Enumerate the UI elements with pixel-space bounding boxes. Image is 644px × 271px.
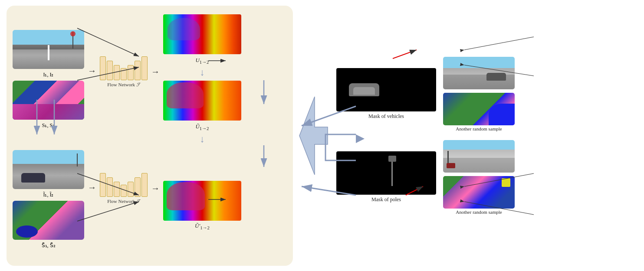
mask-poles-image: [336, 151, 436, 195]
top-input-images: I₁, I₂ S₁, S₂: [13, 30, 84, 129]
road-image-1: [13, 30, 84, 69]
arrow-to-fn-top: →: [88, 66, 96, 76]
down-arrow-u2: ↓: [200, 134, 205, 145]
flow-outputs-top: U1→2 ↓ Ũ1→2 ↓: [163, 14, 241, 145]
sample-seg-block: Another random sample: [443, 93, 515, 131]
mask-vehicles-label: Mask of vehicles: [368, 113, 404, 120]
flow-network-bottom: Flow Network ℱ: [100, 173, 148, 204]
label-s1s2-tilde: S̃₁, S̃₂: [13, 242, 84, 249]
diagram-container: I₁, I₂ S₁, S₂ →: [0, 0, 644, 271]
flow-network-top: Flow Network ℱ: [100, 56, 148, 88]
left-panel: I₁, I₂ S₁, S₂ →: [7, 6, 293, 266]
u12-prime-image: [163, 181, 241, 221]
right-section: Mask of vehicles: [336, 57, 637, 215]
mask-vehicles-block: Mask of vehicles: [336, 68, 436, 120]
sample-road-image: [443, 57, 515, 89]
seg-image-1: [13, 81, 84, 120]
label-s1s2: S₁, S₂: [13, 122, 84, 129]
mask-vehicles-image: [336, 68, 436, 111]
sample-seg-image: [443, 93, 515, 125]
u12-image: [163, 14, 241, 54]
sample-road-block: [443, 57, 515, 89]
flow-network-label-bottom: Flow Network ℱ: [107, 199, 140, 204]
road-image-2: [13, 150, 84, 189]
center-connector: [297, 92, 332, 179]
arrow-to-u12-prime: →: [151, 183, 160, 193]
label-i1i2-tilde: Ĩ₁, Ĩ₂: [13, 192, 84, 198]
bottom-input-images: Ĩ₁, Ĩ₂ S̃₁, S̃₂: [13, 150, 84, 249]
big-blue-arrow-svg: [297, 92, 332, 179]
sample-crosswalk-block: [443, 140, 515, 173]
sample-crosswalk-image: [443, 140, 515, 173]
sample-seg-bottom-image: [443, 176, 515, 209]
top-samples: Another random sample: [443, 57, 515, 131]
sample-label-1: Another random sample: [456, 126, 502, 131]
arrow-to-fn-bottom: →: [88, 183, 96, 193]
svg-marker-23: [299, 97, 328, 175]
poles-row: Mask of poles: [336, 140, 637, 215]
svg-line-17: [464, 37, 534, 50]
label-i1i2: I₁, I₂: [13, 72, 84, 78]
mask-poles-block: Mask of poles: [336, 151, 436, 203]
flow-network-label-top: Flow Network ℱ: [107, 82, 140, 88]
label-u12-prime: Ũ′1→2: [195, 222, 210, 230]
label-u12: U1→2: [195, 57, 209, 65]
flow-output-prime: Ũ′1→2: [163, 181, 241, 230]
sample-label-2: Another random sample: [456, 209, 502, 215]
label-u12-tilde: Ũ1→2: [195, 123, 209, 131]
down-arrow-u: ↓: [200, 67, 205, 78]
bottom-samples: Another random sample: [443, 140, 515, 215]
seg-image-2: [13, 201, 84, 240]
mask-poles-label: Mask of poles: [371, 196, 401, 203]
u12-tilde-image: [163, 81, 241, 121]
sample-seg-bottom-block: Another random sample: [443, 176, 515, 215]
arrow-to-u12: →: [151, 67, 160, 77]
vehicles-row: Mask of vehicles: [336, 57, 637, 131]
